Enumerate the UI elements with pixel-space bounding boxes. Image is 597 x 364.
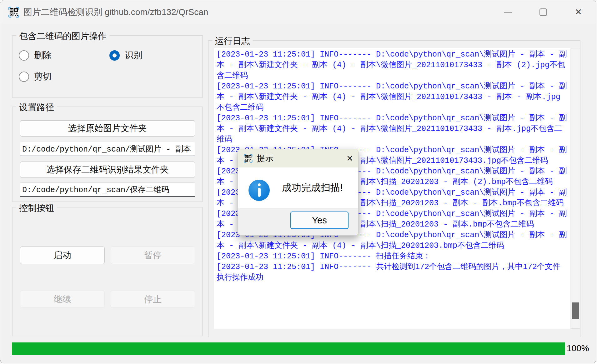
operation-group-title: 包含二维码的图片操作 [16, 30, 109, 42]
radio-cut-circle[interactable] [19, 72, 29, 82]
start-button[interactable]: 启动 [20, 247, 105, 264]
yes-button-label: Yes [312, 215, 327, 226]
log-line: [2023-01-23 11:25:01] INFO------- D:\cod… [217, 113, 568, 145]
maximize-button[interactable] [525, 0, 561, 24]
select-result-folder-label: 选择保存二维码识别结果文件夹 [46, 164, 169, 176]
maximize-icon [539, 8, 547, 16]
pause-button[interactable]: 暂停 [111, 247, 195, 264]
select-source-folder-button[interactable]: 选择原始图片文件夹 [20, 120, 195, 137]
stop-button[interactable]: 停止 [111, 291, 195, 308]
radio-recognize-circle[interactable] [109, 50, 120, 61]
radio-cut[interactable]: 剪切 [19, 71, 52, 82]
log-line: [2023-01-23 11:25:01] INFO------- D:\cod… [217, 49, 568, 81]
dialog-footer: Yes [238, 208, 358, 236]
path-group: 设置路径 选择原始图片文件夹 选择保存二维码识别结果文件夹 [12, 107, 203, 202]
result-path-input[interactable] [20, 182, 195, 197]
radio-recognize-label: 识别 [125, 49, 142, 61]
minimize-icon [504, 12, 512, 12]
log-scrollbar-thumb[interactable] [572, 302, 579, 319]
pause-button-label: 暂停 [144, 249, 162, 261]
resume-button-label: 继续 [54, 293, 71, 305]
log-line: [2023-01-23 11:25:01] INFO------- D:\cod… [217, 81, 568, 113]
stop-button-label: 停止 [144, 293, 162, 305]
radio-delete-circle[interactable] [19, 50, 29, 61]
log-group-title: 运行日志 [212, 35, 253, 47]
message-dialog: 提示 ✕ 成功完成扫描! Yes [238, 149, 359, 236]
radio-cut-label: 剪切 [34, 71, 52, 82]
select-source-folder-label: 选择原始图片文件夹 [68, 122, 147, 134]
dialog-title-bar: 提示 ✕ [238, 149, 358, 167]
close-icon: ✕ [575, 8, 582, 17]
radio-delete[interactable]: 删除 [19, 49, 52, 61]
control-group: 控制按钮 启动 暂停 继续 停止 [12, 207, 203, 336]
progress-bar [12, 342, 565, 355]
log-scrollbar[interactable] [571, 48, 580, 329]
title-bar: 图片二维码检测识别 github.com/zfb132/QrScan ✕ [0, 0, 596, 24]
control-group-title: 控制按钮 [16, 202, 57, 214]
dialog-qr-icon [243, 154, 253, 163]
dialog-close-button[interactable]: ✕ [346, 149, 353, 167]
source-path-input[interactable] [20, 142, 195, 156]
app-window: 图片二维码检测识别 github.com/zfb132/QrScan ✕ 包含二… [0, 0, 596, 363]
radio-recognize[interactable]: 识别 [109, 49, 142, 61]
path-group-title: 设置路径 [16, 102, 57, 113]
log-line: [2023-01-23 11:25:01] INFO------- 共计检测到1… [217, 262, 568, 283]
progress-percent-label: 100% [567, 343, 589, 353]
resume-button[interactable]: 继续 [20, 291, 105, 308]
yes-button[interactable]: Yes [290, 212, 349, 229]
window-title: 图片二维码检测识别 github.com/zfb132/QrScan [23, 6, 208, 18]
dialog-title: 提示 [257, 153, 273, 164]
dialog-body: 成功完成扫描! [238, 167, 358, 208]
app-qr-icon [8, 6, 20, 18]
close-button[interactable]: ✕ [561, 0, 596, 24]
window-controls: ✕ [490, 0, 596, 24]
radio-delete-label: 删除 [34, 49, 52, 61]
info-icon [248, 180, 270, 201]
operation-group: 包含二维码的图片操作 删除 识别 剪切 [12, 35, 203, 98]
select-result-folder-button[interactable]: 选择保存二维码识别结果文件夹 [20, 162, 195, 178]
dialog-message: 成功完成扫描! [282, 167, 343, 208]
log-line: [2023-01-23 11:25:01] INFO------- 扫描任务结束… [217, 251, 568, 262]
start-button-label: 启动 [54, 249, 71, 261]
minimize-button[interactable] [490, 0, 525, 24]
